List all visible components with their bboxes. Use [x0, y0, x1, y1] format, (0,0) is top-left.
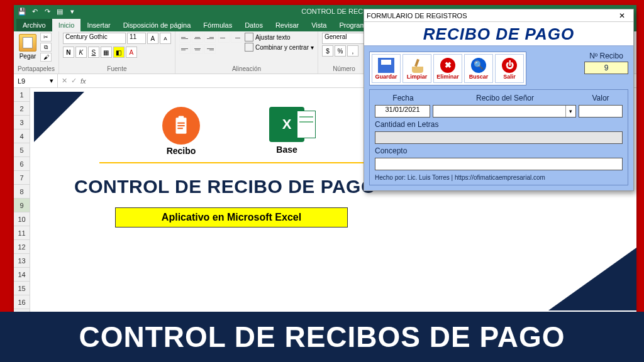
sheet-subtitle: Aplicativo en Microsoft Excel [162, 212, 301, 223]
base-launcher[interactable]: X Base [269, 107, 304, 155]
row-11[interactable]: 11 [14, 226, 30, 240]
guardar-button[interactable]: Guardar [372, 54, 401, 83]
quick-access-toolbar: 💾 ↶ ↷ ▤ ▾ [18, 7, 77, 16]
format-painter-icon[interactable]: 🖌 [40, 53, 52, 62]
salir-label: Salir [503, 74, 516, 80]
limpiar-label: Limpiar [407, 74, 428, 80]
close-icon[interactable]: ✕ [613, 11, 631, 21]
row-3[interactable]: 3 [14, 116, 30, 129]
font-size-select[interactable]: 11 [127, 33, 146, 44]
font-color-icon[interactable]: A [126, 47, 137, 58]
valor-input[interactable] [579, 105, 623, 118]
eliminar-button[interactable]: ✖ Eliminar [433, 54, 462, 83]
new-icon[interactable]: ▤ [55, 7, 64, 16]
enter-icon[interactable]: ✓ [71, 77, 77, 85]
alignment-grid[interactable] [179, 33, 216, 54]
accounting-format-icon[interactable]: $ [322, 45, 333, 57]
decrease-font-icon[interactable]: A [160, 33, 171, 44]
form-header: RECIBO DE PAGO [364, 22, 633, 47]
decrease-indent-icon[interactable] [218, 33, 230, 43]
bold-button[interactable]: N [63, 47, 74, 58]
row-6[interactable]: 6 [14, 157, 30, 171]
senor-combobox[interactable]: ▾ [433, 105, 576, 118]
tab-home[interactable]: Inicio [52, 19, 81, 31]
row-13[interactable]: 13 [14, 254, 30, 268]
recibo-label: Recibo [167, 146, 196, 156]
font-name-select[interactable]: Century Gothic [63, 33, 126, 44]
row-12[interactable]: 12 [14, 240, 30, 254]
row-4[interactable]: 4 [14, 129, 30, 143]
increase-indent-icon[interactable] [231, 33, 242, 43]
cantidad-input[interactable] [375, 131, 623, 144]
row-8[interactable]: 8 [14, 185, 30, 199]
recibo-launcher[interactable]: Recibo [162, 107, 200, 156]
row-5[interactable]: 5 [14, 143, 30, 157]
merge-center-button[interactable]: Combinar y centrar ▾ [245, 43, 314, 52]
fx-icon[interactable]: fx [80, 77, 86, 85]
valor-label: Valor [579, 94, 623, 102]
chevron-down-icon: ▾ [50, 77, 53, 85]
fecha-input[interactable]: 31/01/2021 [375, 105, 430, 118]
buscar-button[interactable]: 🔍 Buscar [464, 54, 493, 83]
increase-font-icon[interactable]: A [147, 33, 158, 44]
banner: CONTROL DE RECIBOS DE PAGO [0, 312, 644, 362]
concepto-input[interactable] [375, 158, 623, 170]
power-icon: ⏻ [502, 58, 517, 73]
row-14[interactable]: 14 [14, 268, 30, 282]
redo-icon[interactable]: ↷ [43, 7, 52, 16]
row-7[interactable]: 7 [14, 171, 30, 185]
search-icon: 🔍 [471, 58, 486, 73]
group-number: General $ % , Número [318, 31, 370, 74]
form-body: Guardar Limpiar ✖ Eliminar 🔍 Buscar ⏻ Sa… [364, 47, 633, 190]
row-1[interactable]: 1 [14, 88, 30, 102]
save-icon[interactable]: 💾 [18, 7, 26, 16]
borders-icon[interactable]: ▦ [101, 47, 112, 58]
group-font-label: Fuente [63, 65, 171, 72]
undo-icon[interactable]: ↶ [30, 7, 39, 16]
wrap-text-label: Ajustar texto [255, 34, 291, 41]
chevron-down-icon[interactable]: ▾ [68, 7, 77, 16]
tab-page-layout[interactable]: Disposición de página [117, 19, 197, 31]
row-15[interactable]: 15 [14, 282, 30, 295]
percent-format-icon[interactable]: % [335, 45, 346, 57]
wrap-text-button[interactable]: Ajustar texto [245, 33, 314, 41]
underline-button[interactable]: S [88, 47, 99, 58]
broom-icon [409, 58, 425, 73]
italic-button[interactable]: K [75, 47, 87, 58]
group-alignment-label: Alineación [179, 65, 314, 72]
group-number-label: Número [322, 65, 366, 72]
comma-format-icon[interactable]: , [347, 45, 358, 57]
cancel-icon[interactable]: ✕ [62, 77, 67, 85]
wrap-text-icon [245, 33, 253, 41]
fields-panel: Fecha Recibo del Señor Valor 31/01/2021 … [369, 89, 628, 185]
senor-label: Recibo del Señor [431, 94, 579, 102]
decorative-triangle-tl [34, 92, 84, 142]
merge-label: Combinar y centrar [255, 44, 309, 51]
merge-icon [245, 43, 253, 52]
tab-review[interactable]: Revisar [269, 19, 305, 31]
chevron-down-icon[interactable]: ▾ [565, 106, 575, 117]
row-9[interactable]: 9 [14, 199, 30, 212]
paste-icon [19, 34, 36, 52]
tab-view[interactable]: Vista [305, 19, 333, 31]
copy-icon[interactable]: ⧉ [40, 43, 52, 52]
buscar-label: Buscar [469, 74, 489, 80]
delete-icon: ✖ [440, 58, 455, 73]
eliminar-label: Eliminar [436, 74, 459, 80]
cut-icon[interactable]: ✂ [40, 33, 52, 41]
group-alignment: Ajustar texto Combinar y centrar ▾ Aline… [175, 31, 318, 74]
form-titlebar[interactable]: FORMULARIO DE REGISTROS ✕ [364, 9, 633, 22]
tab-file[interactable]: Archivo [16, 19, 52, 31]
row-10[interactable]: 10 [14, 212, 30, 226]
fill-color-icon[interactable]: ◧ [113, 47, 125, 58]
row-2[interactable]: 2 [14, 102, 30, 116]
tab-insert[interactable]: Insertar [80, 19, 116, 31]
paste-button[interactable]: Pegar [18, 33, 38, 61]
limpiar-button[interactable]: Limpiar [402, 54, 431, 83]
row-16[interactable]: 16 [14, 295, 30, 309]
salir-button[interactable]: ⏻ Salir [495, 54, 524, 83]
number-format-select[interactable]: General [322, 33, 366, 44]
name-box[interactable]: L9▾ [14, 74, 58, 87]
tab-formulas[interactable]: Fórmulas [197, 19, 238, 31]
tab-data[interactable]: Datos [238, 19, 269, 31]
